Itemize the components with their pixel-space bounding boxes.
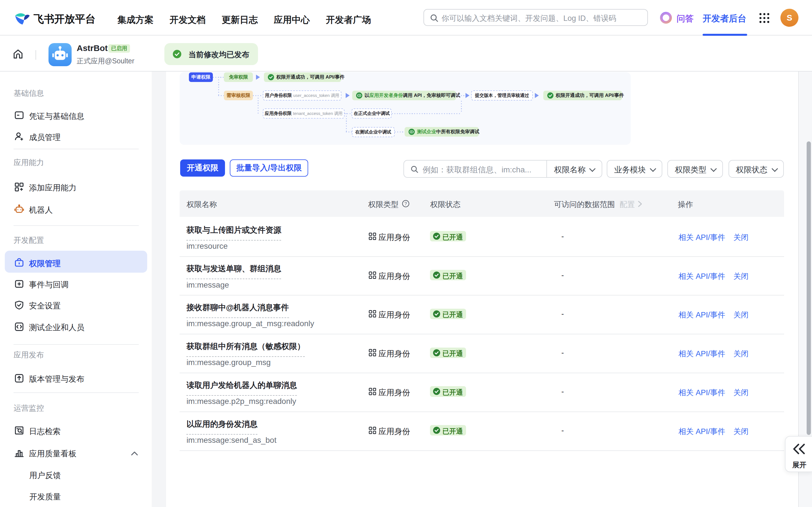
svg-text:?: ?	[404, 202, 407, 206]
